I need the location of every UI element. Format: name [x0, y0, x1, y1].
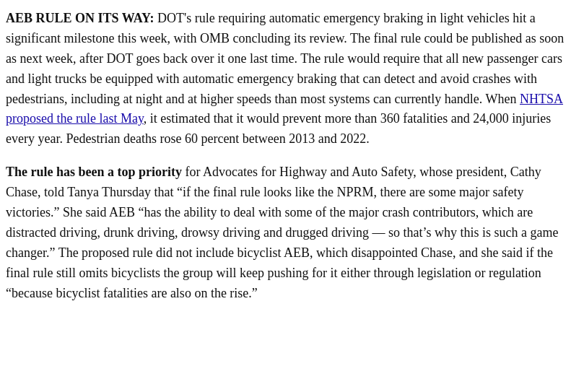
paragraph-2: The rule has been a top priority for Adv…: [6, 162, 565, 303]
paragraph-1-label: AEB RULE ON ITS WAY:: [6, 11, 154, 25]
paragraph-2-text: for Advocates for Highway and Auto Safet…: [6, 165, 558, 300]
article-body: AEB RULE ON ITS WAY: DOT's rule requirin…: [6, 9, 565, 303]
paragraph-1: AEB RULE ON ITS WAY: DOT's rule requirin…: [6, 9, 565, 149]
paragraph-2-label: The rule has been a top priority: [6, 165, 182, 179]
